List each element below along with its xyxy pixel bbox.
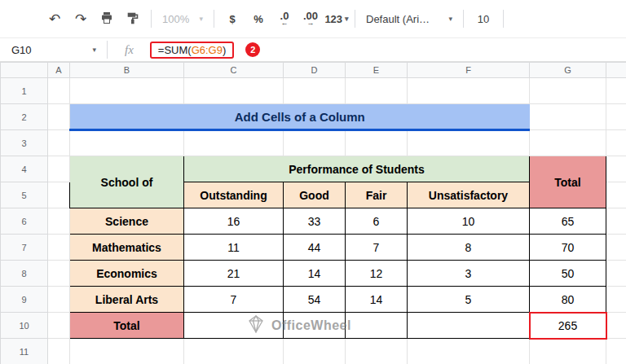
cell-D8[interactable]: 14 (284, 261, 346, 287)
cell-D9[interactable]: 54 (284, 287, 346, 313)
row-header-10[interactable]: 10 (1, 313, 48, 339)
cell[interactable] (48, 287, 70, 313)
cell[interactable] (606, 339, 626, 364)
cell-F9[interactable]: 5 (408, 287, 530, 313)
font-family-dropdown[interactable]: Default (Ari… ▾ (361, 7, 457, 30)
increase-decimal-button[interactable]: .00→ (298, 7, 323, 30)
cell[interactable] (184, 78, 284, 104)
cell-label-science[interactable]: Science (70, 208, 184, 235)
undo-button[interactable]: ↶ (42, 7, 67, 30)
column-header-e[interactable]: E (346, 63, 408, 78)
row-header-4[interactable]: 4 (1, 156, 48, 182)
cell[interactable] (48, 78, 70, 104)
format-percent-button[interactable]: % (246, 7, 271, 30)
cell-C6[interactable]: 16 (184, 208, 284, 235)
cell[interactable] (408, 339, 530, 364)
cell[interactable] (606, 78, 626, 104)
cell-F10[interactable] (408, 313, 530, 339)
cell[interactable] (606, 313, 626, 339)
print-button[interactable] (95, 7, 119, 30)
select-all-corner[interactable] (1, 63, 48, 78)
cell-D10[interactable] (284, 313, 346, 339)
cell-subheader-outstanding[interactable]: Outstanding (184, 182, 284, 208)
cell-E7[interactable]: 7 (346, 235, 408, 261)
cell[interactable] (48, 104, 70, 130)
row-header-5[interactable]: 5 (1, 182, 48, 208)
cell-F7[interactable]: 8 (408, 235, 530, 261)
cell-F6[interactable]: 10 (408, 208, 530, 235)
cell-label-total[interactable]: Total (70, 313, 184, 339)
formula-input[interactable]: =SUM(G6:G9) (150, 42, 234, 59)
cell-G6[interactable]: 65 (530, 208, 606, 235)
cell-subheader-unsatisfactory[interactable]: Unsatisfactory (408, 182, 530, 208)
cell-D6[interactable]: 33 (284, 208, 346, 235)
cell-E9[interactable]: 14 (346, 287, 408, 313)
column-header-c[interactable]: C (184, 63, 284, 78)
font-size-input[interactable]: 10 (470, 7, 497, 30)
cell[interactable] (48, 261, 70, 287)
cell[interactable] (70, 339, 184, 364)
row-header-3[interactable]: 3 (1, 130, 48, 156)
cell[interactable] (184, 339, 284, 364)
more-number-formats-button[interactable]: 123 ▾ (324, 7, 349, 30)
cell[interactable] (530, 130, 606, 156)
cell[interactable] (346, 130, 408, 156)
cell-subheader-fair[interactable]: Fair (346, 182, 408, 208)
cell[interactable] (48, 130, 70, 156)
cell[interactable] (284, 78, 346, 104)
cell[interactable] (48, 235, 70, 261)
row-header-6[interactable]: 6 (1, 208, 48, 235)
cell[interactable] (70, 78, 184, 104)
cell-C9[interactable]: 7 (184, 287, 284, 313)
cell[interactable] (606, 235, 626, 261)
row-header-7[interactable]: 7 (1, 235, 48, 261)
cell-total-header[interactable]: Total (530, 156, 606, 208)
cell[interactable] (606, 208, 626, 235)
cell[interactable] (530, 78, 606, 104)
cell-E8[interactable]: 12 (346, 261, 408, 287)
cell-E10[interactable] (346, 313, 408, 339)
cell-F8[interactable]: 3 (408, 261, 530, 287)
cell-label-mathematics[interactable]: Mathematics (70, 235, 184, 261)
cell-school-of-header[interactable]: School of (70, 156, 184, 208)
cell[interactable] (606, 156, 626, 182)
name-box[interactable]: G10 ▾ (8, 44, 103, 56)
title-banner[interactable]: Add Cells of a Column (70, 104, 530, 130)
cell-G7[interactable]: 70 (530, 235, 606, 261)
cell-performance-header[interactable]: Performance of Students (184, 156, 530, 182)
cell-subheader-good[interactable]: Good (284, 182, 346, 208)
row-header-11[interactable]: 11 (1, 339, 48, 364)
cell[interactable] (606, 287, 626, 313)
column-header-g[interactable]: G (530, 63, 606, 78)
cell[interactable] (346, 339, 408, 364)
column-header-b[interactable]: B (70, 63, 184, 78)
cell[interactable] (48, 182, 70, 208)
cell-G8[interactable]: 50 (530, 261, 606, 287)
cell[interactable] (346, 78, 408, 104)
row-header-2[interactable]: 2 (1, 104, 48, 130)
paint-format-button[interactable] (121, 7, 145, 30)
column-header-partial[interactable] (606, 63, 626, 78)
cell[interactable] (48, 208, 70, 235)
cell[interactable] (606, 104, 626, 130)
cell[interactable] (606, 130, 626, 156)
cell-G9[interactable]: 80 (530, 287, 606, 313)
redo-button[interactable]: ↷ (68, 7, 93, 30)
column-header-a[interactable]: A (48, 63, 70, 78)
column-header-f[interactable]: F (408, 63, 530, 78)
cell[interactable] (48, 313, 70, 339)
cell[interactable] (530, 339, 606, 364)
cell[interactable] (530, 104, 606, 130)
cell-label-economics[interactable]: Economics (70, 261, 184, 287)
cell[interactable] (408, 130, 530, 156)
cell[interactable] (606, 182, 626, 208)
cell-D7[interactable]: 44 (284, 235, 346, 261)
cell[interactable] (606, 261, 626, 287)
cell-label-liberal-arts[interactable]: Liberal Arts (70, 287, 184, 313)
zoom-dropdown[interactable]: 100% ▾ (157, 7, 208, 30)
row-header-1[interactable]: 1 (1, 78, 48, 104)
cell[interactable] (284, 339, 346, 364)
cell[interactable] (408, 78, 530, 104)
cell-C7[interactable]: 11 (184, 235, 284, 261)
cell[interactable] (184, 130, 284, 156)
